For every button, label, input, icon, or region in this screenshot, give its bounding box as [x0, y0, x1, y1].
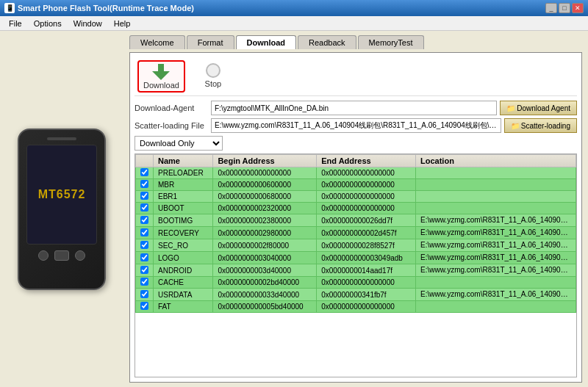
table-row: RECOVERY0x00000000029800000x000000000002…	[136, 227, 576, 239]
download-button[interactable]: Download	[137, 60, 185, 93]
title-bar: 📱 Smart Phone Flash Tool(Runtime Trace M…	[0, 0, 588, 16]
row-name: UBOOT	[154, 203, 213, 214]
download-agent-button[interactable]: 📁 Download Agent	[500, 101, 577, 115]
row-checkbox[interactable]	[136, 301, 154, 313]
row-begin: 0x0000000002380000	[213, 214, 317, 227]
row-checkbox[interactable]	[136, 167, 154, 179]
table-row: FAT0x000000000005bd400000x00000000000000…	[136, 301, 576, 313]
row-begin: 0x000000000033d40000	[213, 289, 317, 301]
mode-select[interactable]: Download Only	[135, 136, 223, 151]
row-begin: 0x0000000002320000	[213, 203, 317, 214]
row-name: RECOVERY	[154, 227, 213, 239]
row-name: EBR1	[154, 191, 213, 203]
download-agent-label: Download-Agent	[135, 104, 208, 112]
row-checkbox[interactable]	[136, 264, 154, 277]
table-row: SEC_RO0x0000000002f800000x00000000028f85…	[136, 239, 576, 252]
maximize-button[interactable]: □	[559, 3, 570, 13]
table-row: USRDATA0x000000000033d400000x00000000341…	[136, 289, 576, 301]
row-name: SEC_RO	[154, 239, 213, 252]
row-end: 0x0000000000000000	[317, 191, 416, 203]
row-location: E:\www.yzmg.com\R831T_11_A.06_140904线刷包\…	[416, 252, 576, 264]
table-row: EBR10x00000000006800000x0000000000000000	[136, 191, 576, 203]
row-name: BOOTIMG	[154, 214, 213, 227]
tab-format[interactable]: Format	[187, 35, 234, 49]
row-name: PRELOADER	[154, 167, 213, 179]
tab-welcome[interactable]: Welcome	[129, 35, 185, 49]
col-begin: Begin Address	[213, 155, 317, 167]
row-checkbox[interactable]	[136, 179, 154, 191]
row-location	[416, 277, 576, 289]
menu-file[interactable]: File	[3, 18, 28, 29]
row-end: 0x0000000000000000	[317, 277, 416, 289]
table-row: LOGO0x00000000030400000x000000000003049a…	[136, 252, 576, 264]
minimize-button[interactable]: _	[545, 3, 557, 13]
row-end: 0x0000000000000000	[317, 203, 416, 214]
table-header: Name Begin Address End Address Location	[136, 155, 576, 167]
col-end: End Address	[317, 155, 416, 167]
window-controls: _ □ ✕	[545, 3, 584, 13]
row-begin: 0x0000000003d40000	[213, 264, 317, 277]
row-location: E:\www.yzmg.com\R831T_11_A.06_140904线刷包\…	[416, 214, 576, 227]
row-begin: 0x0000000000000000	[213, 167, 317, 179]
file-table: Name Begin Address End Address Location …	[135, 154, 576, 313]
row-name: CACHE	[154, 277, 213, 289]
phone-bottom	[38, 250, 85, 261]
download-label: Download	[143, 81, 179, 90]
phone-screen: MT6572	[26, 145, 97, 245]
row-end: 0x0000000014aad17f	[317, 264, 416, 277]
row-end: 0x00000000028f8527f	[317, 239, 416, 252]
scatter-button[interactable]: 📁 Scatter-loading	[504, 118, 577, 133]
table-row: CACHE0x00000000002bd400000x0000000000000…	[136, 277, 576, 289]
close-button[interactable]: ✕	[572, 3, 584, 13]
row-begin: 0x000000000005bd40000	[213, 301, 317, 313]
row-end: 0x000000000003049adb	[317, 252, 416, 264]
row-location: E:\www.yzmg.com\R831T_11_A.06_140904线刷包\…	[416, 227, 576, 239]
phone-model: MT6572	[38, 188, 86, 201]
row-end: 0x000000000026dd7f	[317, 214, 416, 227]
download-icon	[151, 63, 171, 81]
download-agent-input[interactable]	[211, 101, 497, 115]
phone-illustration: MT6572	[18, 129, 106, 290]
window-title: Smart Phone Flash Tool(Runtime Trace Mod…	[18, 4, 194, 12]
phone-back-btn	[38, 250, 49, 261]
menu-window[interactable]: Window	[68, 18, 108, 29]
row-location	[416, 203, 576, 214]
app-icon: 📱	[4, 3, 15, 13]
svg-marker-1	[152, 71, 170, 80]
row-end: 0x0000000000000000	[317, 179, 416, 191]
tab-memorytest[interactable]: MemoryTest	[358, 35, 424, 49]
row-begin: 0x00000000002bd40000	[213, 277, 317, 289]
row-begin: 0x0000000003040000	[213, 252, 317, 264]
row-end: 0x000000000002d457f	[317, 227, 416, 239]
tab-download[interactable]: Download	[236, 35, 297, 49]
menu-help[interactable]: Help	[108, 18, 137, 29]
folder-icon2: 📁	[511, 122, 520, 130]
col-location: Location	[416, 155, 576, 167]
row-name: ANDROID	[154, 264, 213, 277]
row-end: 0x0000000000000000	[317, 167, 416, 179]
table-row: ANDROID0x0000000003d400000x0000000014aad…	[136, 264, 576, 277]
row-checkbox[interactable]	[136, 239, 154, 252]
row-end: 0x0000000000000000	[317, 301, 416, 313]
row-checkbox[interactable]	[136, 203, 154, 214]
folder-icon: 📁	[506, 104, 515, 112]
row-checkbox[interactable]	[136, 191, 154, 203]
col-name: Name	[154, 155, 213, 167]
scatter-label: Scatter-loading File	[135, 121, 208, 130]
download-agent-row: Download-Agent 📁 Download Agent	[135, 101, 577, 115]
tab-readback[interactable]: Readback	[298, 35, 356, 49]
tab-bar: Welcome Format Download Readback MemoryT…	[129, 35, 582, 49]
row-checkbox[interactable]	[136, 252, 154, 264]
row-name: USRDATA	[154, 289, 213, 301]
row-location: E:\www.yzmg.com\R831T_11_A.06_140904线刷包\…	[416, 239, 576, 252]
mode-row: Download Only	[135, 136, 577, 151]
stop-button[interactable]: Stop	[197, 60, 229, 93]
menu-options[interactable]: Options	[28, 18, 68, 29]
row-checkbox[interactable]	[136, 289, 154, 301]
row-checkbox[interactable]	[136, 214, 154, 227]
row-checkbox[interactable]	[136, 277, 154, 289]
scatter-input[interactable]	[211, 118, 501, 133]
stop-label: Stop	[205, 79, 222, 88]
row-begin: 0x0000000002f80000	[213, 239, 317, 252]
row-checkbox[interactable]	[136, 227, 154, 239]
